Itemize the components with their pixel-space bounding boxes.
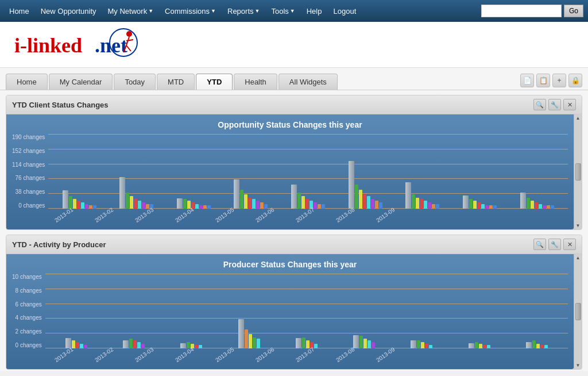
bar-7-1 <box>475 342 478 348</box>
widget2-chart-inner <box>45 274 568 348</box>
logo: i-linked .net <box>11 28 138 62</box>
my-network-arrow-icon: ▼ <box>148 8 153 14</box>
bar-1-5 <box>142 202 145 209</box>
nav-tools[interactable]: Tools ▼ <box>266 5 299 18</box>
w2-y-label-6: 6 changes <box>12 301 42 308</box>
bar-group-8 <box>526 340 548 348</box>
widget2-controls: 🔍 🔧 ✕ <box>533 239 576 250</box>
widget2-y-axis: 10 changes 8 changes 6 changes 4 changes… <box>12 274 42 348</box>
nav-commissions[interactable]: Commissions ▼ <box>160 5 220 18</box>
widget1-scroll-down[interactable]: ▼ <box>576 223 581 228</box>
bar-6-5 <box>428 202 431 209</box>
bar-grey-2 <box>177 198 183 209</box>
nav-home[interactable]: Home <box>5 5 34 18</box>
bar-8-5 <box>543 205 546 209</box>
bar-grey-0 <box>63 190 68 209</box>
tools-arrow-icon: ▼ <box>290 8 295 14</box>
widget-ytd-activity-producer: YTD - Activity by Producer 🔍 🔧 ✕ Produce… <box>6 235 582 370</box>
tab-icon-lock[interactable]: 🔒 <box>568 74 582 87</box>
bar-7-1 <box>469 199 473 209</box>
bar-1-2 <box>130 196 133 209</box>
bar-1-2 <box>133 340 137 348</box>
bar-3-2 <box>244 194 247 209</box>
bar-6-1 <box>417 340 420 348</box>
bar-group-6 <box>411 340 432 348</box>
bar-4-1 <box>297 193 301 209</box>
bar-3-6 <box>260 202 264 209</box>
widget2-bars <box>45 274 568 348</box>
widget2-scroll-down[interactable]: ▼ <box>576 363 581 368</box>
widget2-search-btn[interactable]: 🔍 <box>533 239 546 250</box>
bar-grey-7 <box>463 195 469 209</box>
tab-health[interactable]: Health <box>234 74 277 90</box>
bar-6-3 <box>425 344 428 348</box>
bar-8-1 <box>532 340 536 348</box>
tab-ytd[interactable]: YTD <box>196 74 233 90</box>
bar-grey-5 <box>349 161 354 209</box>
bar-grey-8 <box>520 193 526 209</box>
widget1-scroll-up[interactable]: ▲ <box>576 116 581 121</box>
widget2-settings-btn[interactable]: 🔧 <box>548 239 561 250</box>
bar-group-8 <box>520 193 554 209</box>
bar-3-4 <box>257 339 260 348</box>
nav-my-network[interactable]: My Network ▼ <box>103 5 158 18</box>
widget1-search-btn[interactable]: 🔍 <box>533 99 546 110</box>
widget1-body: Opportunity Status Changes this year 190… <box>6 114 582 229</box>
tab-icon-add[interactable]: + <box>552 74 566 87</box>
bar-group-6 <box>405 182 439 209</box>
w2-y-label-0: 0 changes <box>12 342 42 348</box>
tab-my-calendar[interactable]: My Calendar <box>49 74 113 90</box>
bar-5-7 <box>379 202 382 209</box>
search-input[interactable] <box>481 5 562 17</box>
widget2-scroll-thumb[interactable] <box>575 303 581 320</box>
y-label-0: 0 changes <box>12 202 45 209</box>
y-label-76: 76 changes <box>12 175 45 181</box>
bar-6-6 <box>432 204 435 209</box>
tab-all-widgets[interactable]: All Widgets <box>278 74 338 90</box>
nav-reports[interactable]: Reports ▼ <box>223 5 264 18</box>
tab-mtd[interactable]: MTD <box>157 74 195 90</box>
nav-new-opportunity[interactable]: New Opportunity <box>36 5 101 18</box>
widget2-close-btn[interactable]: ✕ <box>563 239 576 250</box>
widget1-y-axis: 190 changes 152 changes 114 changes 76 c… <box>12 134 45 209</box>
bar-grey-6 <box>405 182 411 209</box>
widget1-close-btn[interactable]: ✕ <box>563 99 576 110</box>
bar-3-2 <box>249 334 252 348</box>
bar-2-1 <box>183 199 187 209</box>
nav-help[interactable]: Help <box>302 5 327 18</box>
y-label-190: 190 changes <box>12 134 45 140</box>
bar-7-2 <box>473 201 477 209</box>
nav-logout[interactable]: Logout <box>328 5 361 18</box>
bar-5-4 <box>367 196 370 209</box>
bar-8-2 <box>536 344 540 348</box>
bar-6-1 <box>412 194 415 209</box>
tab-icon-copy[interactable]: 📋 <box>536 74 550 87</box>
w2-y-label-2: 2 changes <box>12 328 42 335</box>
commissions-arrow-icon: ▼ <box>211 8 216 14</box>
y-label-38: 38 changes <box>12 189 45 195</box>
tab-icon-buttons: 📄 📋 + 🔒 <box>520 74 582 90</box>
widget1-settings-btn[interactable]: 🔧 <box>548 99 561 110</box>
main-content: YTD Client Status Changes 🔍 🔧 ✕ Opportun… <box>0 90 588 371</box>
widget1-chart-area: Opportunity Status Changes this year 190… <box>6 114 574 229</box>
widget1-scroll-thumb[interactable] <box>575 163 581 181</box>
tab-icon-page[interactable]: 📄 <box>520 74 534 87</box>
widget2-scroll-up[interactable]: ▲ <box>576 255 581 260</box>
tab-today[interactable]: Today <box>114 74 156 90</box>
bar-3-4 <box>252 199 256 209</box>
bar-1-4 <box>138 201 141 209</box>
bar-8-2 <box>531 201 534 209</box>
bar-7-7 <box>493 205 497 209</box>
bar-8-3 <box>540 345 544 348</box>
widget1-header: YTD Client Status Changes 🔍 🔧 ✕ <box>6 95 582 114</box>
search-button[interactable]: Go <box>564 5 583 17</box>
tab-home[interactable]: Home <box>6 74 48 90</box>
bar-7-4 <box>487 345 490 348</box>
widget1-scrollbar: ▲ ▼ <box>574 114 582 229</box>
bar-1-4 <box>141 344 145 348</box>
bar-5-6 <box>375 201 378 209</box>
reports-arrow-icon: ▼ <box>255 8 260 14</box>
widget-ytd-client-status: YTD Client Status Changes 🔍 🔧 ✕ Opportun… <box>6 95 582 230</box>
bar-7-2 <box>479 344 482 348</box>
bar-2-7 <box>207 205 211 209</box>
